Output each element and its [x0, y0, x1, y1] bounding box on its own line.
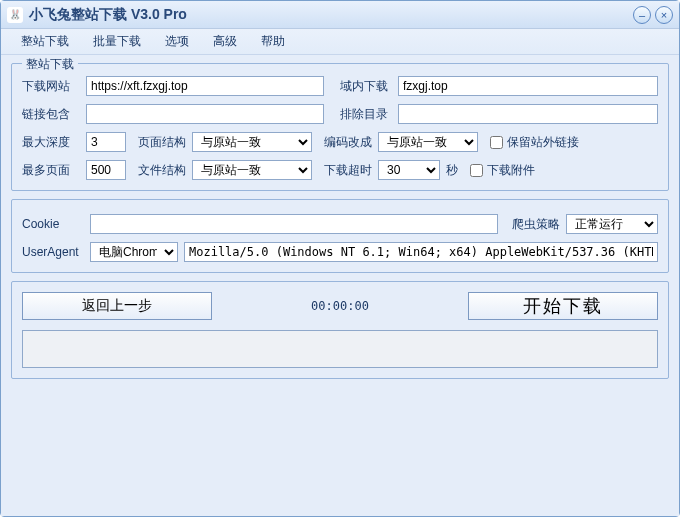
- label-download-url: 下载网站: [22, 78, 80, 95]
- bottom-panel: 返回上一步 00:00:00 开始下载: [11, 281, 669, 379]
- menu-advanced[interactable]: 高级: [203, 29, 247, 54]
- input-max-depth[interactable]: [86, 132, 126, 152]
- group-site-download: 整站下载 下载网站 域内下载 链接包含 排除目录 最大深度 页面结构 与原站一致: [11, 63, 669, 191]
- input-max-pages[interactable]: [86, 160, 126, 180]
- input-link-include[interactable]: [86, 104, 324, 124]
- input-download-url[interactable]: [86, 76, 324, 96]
- close-button[interactable]: ×: [655, 6, 673, 24]
- input-domain[interactable]: [398, 76, 658, 96]
- group-title: 整站下载: [22, 56, 78, 73]
- input-exclude-dir[interactable]: [398, 104, 658, 124]
- back-button[interactable]: 返回上一步: [22, 292, 212, 320]
- label-file-structure: 文件结构: [138, 162, 186, 179]
- input-ua-string[interactable]: [184, 242, 658, 262]
- label-domain: 域内下载: [340, 78, 392, 95]
- label-exclude-dir: 排除目录: [340, 106, 392, 123]
- titlebar: 🐰 小飞兔整站下载 V3.0 Pro – ×: [1, 1, 679, 29]
- label-user-agent: UserAgent: [22, 245, 84, 259]
- label-encoding: 编码改成: [324, 134, 372, 151]
- window-title: 小飞兔整站下载 V3.0 Pro: [29, 6, 629, 24]
- menubar: 整站下载 批量下载 选项 高级 帮助: [1, 29, 679, 55]
- start-download-button[interactable]: 开始下载: [468, 292, 658, 320]
- label-max-depth: 最大深度: [22, 134, 80, 151]
- menu-site-download[interactable]: 整站下载: [11, 29, 79, 54]
- label-seconds: 秒: [446, 162, 458, 179]
- label-max-pages: 最多页面: [22, 162, 80, 179]
- select-ua-preset[interactable]: 电脑Chrome: [90, 242, 178, 262]
- label-timeout: 下载超时: [324, 162, 372, 179]
- select-encoding[interactable]: 与原站一致: [378, 132, 478, 152]
- progress-bar: [22, 330, 658, 368]
- group-crawler: Cookie 爬虫策略 正常运行 UserAgent 电脑Chrome: [11, 199, 669, 273]
- checkbox-download-attachments[interactable]: 下载附件: [470, 162, 535, 179]
- menu-help[interactable]: 帮助: [251, 29, 295, 54]
- label-cookie: Cookie: [22, 217, 84, 231]
- menu-options[interactable]: 选项: [155, 29, 199, 54]
- checkbox-download-attachments-label: 下载附件: [487, 162, 535, 179]
- input-cookie[interactable]: [90, 214, 498, 234]
- checkbox-download-attachments-input[interactable]: [470, 164, 483, 177]
- app-icon: 🐰: [7, 7, 23, 23]
- elapsed-timer: 00:00:00: [218, 299, 462, 313]
- checkbox-keep-external-input[interactable]: [490, 136, 503, 149]
- label-page-structure: 页面结构: [138, 134, 186, 151]
- select-page-structure[interactable]: 与原站一致: [192, 132, 312, 152]
- label-crawl-strategy: 爬虫策略: [512, 216, 560, 233]
- checkbox-keep-external[interactable]: 保留站外链接: [490, 134, 579, 151]
- select-crawl-strategy[interactable]: 正常运行: [566, 214, 658, 234]
- select-timeout[interactable]: 30: [378, 160, 440, 180]
- select-file-structure[interactable]: 与原站一致: [192, 160, 312, 180]
- checkbox-keep-external-label: 保留站外链接: [507, 134, 579, 151]
- label-link-include: 链接包含: [22, 106, 80, 123]
- menu-batch-download[interactable]: 批量下载: [83, 29, 151, 54]
- minimize-button[interactable]: –: [633, 6, 651, 24]
